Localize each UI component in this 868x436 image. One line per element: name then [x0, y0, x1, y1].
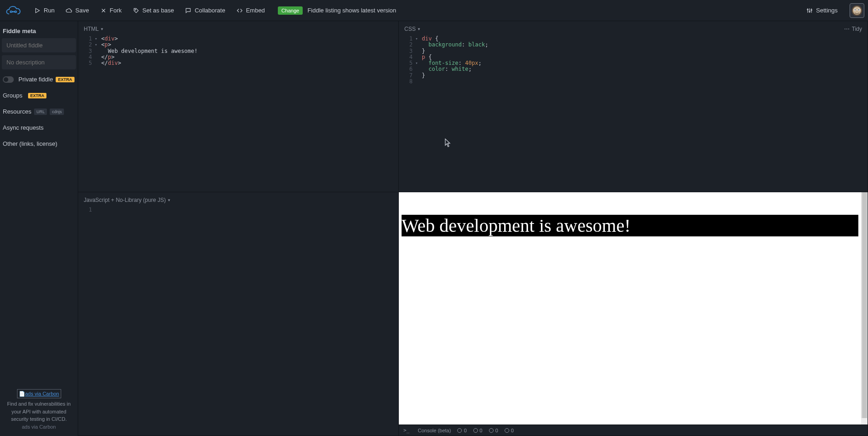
play-icon — [34, 7, 40, 14]
embed-button[interactable]: Embed — [232, 4, 270, 17]
save-label: Save — [75, 7, 89, 14]
settings-button[interactable]: Settings — [802, 4, 842, 17]
ad-via[interactable]: ads via Carbon — [22, 424, 56, 430]
wand-icon: ⋯ — [844, 26, 850, 32]
console-stat: 0 — [473, 428, 483, 433]
html-editor[interactable]: 12345 ▾▾ <div> <p> Web development is aw… — [78, 36, 398, 192]
code-icon — [236, 7, 243, 14]
scrollbar-corner — [861, 418, 868, 425]
sidebar-async[interactable]: Async requests — [2, 120, 76, 136]
console-stat: 0 — [505, 428, 514, 433]
html-pane: HTML▼ 12345 ▾▾ <div> <p> Web development… — [78, 21, 399, 192]
collaborate-label: Collaborate — [195, 7, 225, 14]
ad-image-link[interactable]: ads via Carbon — [25, 390, 59, 398]
js-gutter: 1 — [78, 207, 95, 436]
set-as-base-button[interactable]: Set as base — [128, 4, 179, 17]
ad-block: 📄ads via Carbon Find and fix vulnerabili… — [2, 385, 76, 436]
resources-label: Resources — [3, 108, 31, 115]
settings-label: Settings — [816, 7, 838, 14]
dropdown-icon: ▼ — [100, 27, 104, 31]
svg-point-15 — [858, 9, 859, 10]
cloud-icon — [66, 7, 72, 14]
private-toggle[interactable] — [3, 76, 14, 83]
console-strip[interactable]: >_ Console (beta) 0 0 0 0 — [399, 425, 868, 436]
scrollbar-thumb[interactable] — [862, 192, 867, 425]
sidebar-groups[interactable]: Groups EXTRA — [2, 87, 76, 103]
save-button[interactable]: Save — [61, 4, 94, 17]
dropdown-icon: ▼ — [417, 27, 421, 31]
svg-point-11 — [853, 6, 861, 15]
change-button[interactable]: Change — [278, 6, 303, 15]
sidebar-other[interactable]: Other (links, license) — [2, 136, 76, 152]
set-as-base-label: Set as base — [143, 7, 174, 14]
sliders-icon — [806, 7, 813, 14]
ad-image-placeholder[interactable]: 📄ads via Carbon — [17, 389, 61, 399]
run-button[interactable]: Run — [29, 4, 59, 17]
tidy-label: Tidy — [852, 26, 862, 32]
extra-badge: EXTRA — [28, 93, 47, 98]
collaborate-button[interactable]: Collaborate — [180, 4, 230, 17]
fiddle-description-input[interactable] — [2, 55, 76, 69]
extra-badge: EXTRA — [56, 77, 75, 82]
embed-label: Embed — [246, 7, 265, 14]
css-editor[interactable]: 12345678 ▾▾ div { background: black; } p… — [399, 36, 868, 192]
svg-marker-0 — [36, 8, 40, 12]
sidebar: Fiddle meta Private fiddle EXTRA Groups … — [0, 21, 78, 436]
fork-label: Fork — [110, 7, 122, 14]
css-pane-label-text: CSS — [404, 26, 416, 32]
cdnjs-badge: cdnjs — [50, 109, 64, 115]
private-label: Private fiddle — [18, 76, 53, 83]
other-label: Other (links, license) — [3, 140, 57, 147]
listing-text: Fiddle listing shows latest version — [307, 7, 396, 14]
console-stat: 0 — [457, 428, 466, 433]
tidy-button[interactable]: ⋯Tidy — [844, 26, 862, 32]
js-editor[interactable]: 1 — [78, 207, 398, 436]
html-pane-label-text: HTML — [84, 26, 99, 32]
svg-point-3 — [135, 9, 136, 10]
async-label: Async requests — [3, 124, 44, 131]
css-pane: CSS▼ ⋯Tidy 12345678 ▾▾ div { background:… — [399, 21, 868, 192]
js-pane-label-text: JavaScript + No-Library (pure JS) — [84, 197, 166, 203]
fiddle-meta-heading: Fiddle meta — [2, 26, 76, 38]
result-frame[interactable]: Web development is awesome! — [399, 192, 861, 425]
avatar[interactable] — [850, 3, 864, 18]
ad-text: Find and fix vulnerabilities in your API… — [7, 401, 70, 422]
js-pane: JavaScript + No-Library (pure JS)▼ 1 — [78, 192, 399, 436]
console-label: Console (beta) — [418, 428, 451, 433]
chat-icon — [185, 7, 191, 14]
prompt-icon: >_ — [403, 427, 409, 433]
css-pane-label[interactable]: CSS▼ — [404, 26, 421, 32]
run-label: Run — [44, 7, 55, 14]
fork-icon — [100, 7, 107, 14]
result-text: Web development is awesome! — [402, 215, 858, 236]
fork-button[interactable]: Fork — [96, 4, 126, 17]
dropdown-icon: ▼ — [167, 198, 171, 202]
svg-point-14 — [855, 9, 856, 10]
url-badge: URL — [34, 109, 47, 115]
css-gutter: 12345678 — [399, 36, 415, 192]
groups-label: Groups — [3, 92, 23, 99]
html-pane-label[interactable]: HTML▼ — [84, 26, 104, 32]
fiddle-title-input[interactable] — [2, 38, 76, 52]
tag-icon — [133, 7, 139, 14]
js-pane-label[interactable]: JavaScript + No-Library (pure JS)▼ — [84, 197, 171, 203]
sidebar-resources[interactable]: Resources URL cdnjs — [2, 103, 76, 120]
topbar: Run Save Fork Set as base Collaborate Em… — [0, 0, 868, 21]
result-scrollbar[interactable] — [861, 192, 868, 425]
html-gutter: 12345 — [78, 36, 95, 192]
result-pane: Web development is awesome! >_ Console (… — [399, 192, 868, 436]
console-stat: 0 — [489, 428, 498, 433]
jsfiddle-logo[interactable] — [4, 3, 23, 18]
